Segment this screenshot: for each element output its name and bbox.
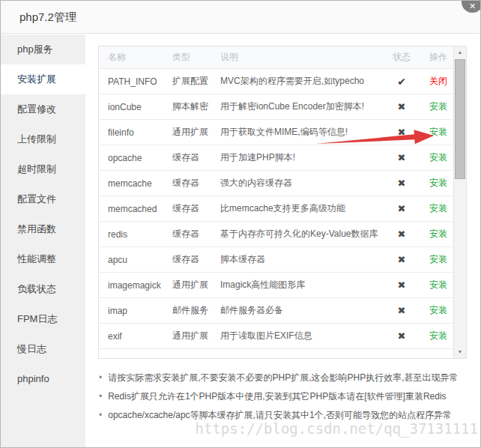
extension-type: 缓存器 — [172, 177, 220, 190]
column-header-type: 类型 — [172, 51, 220, 64]
sidebar-item-disabled-functions[interactable]: 禁用函数 — [1, 214, 85, 244]
action-cell: 安装 — [423, 151, 453, 164]
extension-description: 比memcache支持更多高级功能 — [220, 202, 380, 215]
scroll-up-button[interactable]: ▲ — [454, 46, 466, 58]
extension-name: apcu — [99, 255, 172, 265]
extension-name: exif — [99, 331, 172, 342]
action-cell: 安装 — [423, 177, 453, 190]
action-cell: 安装 — [423, 253, 453, 266]
sidebar-item-timeout-limit[interactable]: 超时限制 — [1, 154, 85, 184]
extension-name: opcache — [99, 153, 172, 163]
extension-type: 缓存器 — [172, 151, 220, 164]
cross-icon: ✖ — [398, 330, 406, 342]
extension-name: fileinfo — [99, 127, 172, 138]
table-row: memcache缓存器强大的内容缓存器✖安装 — [99, 171, 453, 196]
php-manager-dialog: php7.2管理 ✕ php服务安装扩展配置修改上传限制超时限制配置文件禁用函数… — [0, 0, 481, 448]
extension-type: 缓存器 — [172, 228, 220, 240]
sidebar: php服务安装扩展配置修改上传限制超时限制配置文件禁用函数性能调整负载状态FPM… — [1, 34, 85, 447]
sidebar-item-upload-limit[interactable]: 上传限制 — [1, 124, 85, 154]
status-cell: ✖ — [380, 305, 423, 316]
table-row: exif通用扩展用于读取图片EXIF信息✖安装 — [99, 324, 453, 349]
status-cell: ✔ — [380, 76, 423, 88]
extension-description: MVC架构的程序需要开启,如typecho — [220, 75, 380, 88]
note-text: Redis扩展只允许在1个PHP版本中使用,安装到其它PHP版本请在[软件管理]… — [108, 387, 446, 406]
install-link[interactable]: 安装 — [429, 152, 447, 163]
table-row: ionCube脚本解密用于解密ionCube Encoder加密脚本!✖安装 — [99, 94, 453, 120]
table-body: PATH_INFO扩展配置MVC架构的程序需要开启,如typecho✔关闭ion… — [99, 69, 453, 349]
bullet-icon: • — [99, 369, 102, 387]
install-link[interactable]: 安装 — [429, 203, 447, 214]
scroll-down-button[interactable]: ▼ — [454, 346, 466, 358]
cross-icon: ✖ — [398, 101, 406, 112]
cross-icon: ✖ — [398, 228, 406, 240]
close-link[interactable]: 关闭 — [429, 76, 447, 86]
status-cell: ✖ — [380, 178, 423, 189]
sidebar-item-performance-tuning[interactable]: 性能调整 — [1, 244, 85, 274]
status-cell: ✖ — [380, 254, 423, 265]
sidebar-item-slow-log[interactable]: 慢日志 — [1, 334, 85, 364]
extension-name: imap — [99, 306, 172, 316]
note-item: •Redis扩展只允许在1个PHP版本中使用,安装到其它PHP版本请在[软件管理… — [99, 387, 477, 406]
extension-name: imagemagick — [99, 280, 172, 291]
extension-description: 用于加速PHP脚本! — [220, 151, 380, 164]
cross-icon: ✖ — [398, 203, 406, 214]
status-cell: ✖ — [380, 330, 423, 342]
action-cell: 安装 — [423, 279, 453, 291]
page-title: php7.2管理 — [19, 10, 76, 24]
table-content: 名称 类型 说明 状态 操作 PATH_INFO扩展配置MVC架构的程序需要开启… — [99, 46, 453, 358]
cross-icon: ✖ — [398, 178, 406, 189]
table-row: fileinfo通用扩展用于获取文件MIME,编码等信息!✖安装 — [99, 120, 453, 145]
scroll-thumb[interactable] — [455, 59, 465, 179]
note-item: •请按实际需求安装扩展,不要安装不必要的PHP扩展,这会影响PHP执行效率,甚至… — [99, 369, 477, 387]
cross-icon: ✖ — [398, 127, 406, 138]
install-link[interactable]: 安装 — [429, 254, 447, 264]
install-link[interactable]: 安装 — [429, 101, 447, 112]
cross-icon: ✖ — [398, 279, 406, 291]
action-cell: 安装 — [423, 228, 453, 240]
column-header-desc: 说明 — [220, 51, 380, 64]
extension-name: memcached — [99, 204, 172, 214]
extension-type: 扩展配置 — [172, 75, 220, 88]
check-icon: ✔ — [397, 76, 406, 88]
notes: •请按实际需求安装扩展,不要安装不必要的PHP扩展,这会影响PHP执行效率,甚至… — [99, 369, 477, 425]
table-row: imap邮件服务邮件服务器必备✖安装 — [99, 298, 453, 324]
column-header-status: 状态 — [380, 51, 423, 64]
sidebar-item-config-edit[interactable]: 配置修改 — [1, 94, 85, 124]
table-row: memcached缓存器比memcache支持更多高级功能✖安装 — [99, 196, 453, 222]
extension-type: 通用扩展 — [172, 126, 220, 139]
extension-description: 基于内存亦可持久化的Key-Value数据库 — [220, 228, 380, 240]
extension-description: 邮件服务器必备 — [220, 304, 380, 317]
install-link[interactable]: 安装 — [429, 279, 447, 290]
install-link[interactable]: 安装 — [429, 330, 447, 341]
extension-name: redis — [99, 229, 172, 240]
install-link[interactable]: 安装 — [429, 228, 447, 239]
sidebar-item-load-status[interactable]: 负载状态 — [1, 274, 85, 304]
extensions-table: 名称 类型 说明 状态 操作 PATH_INFO扩展配置MVC架构的程序需要开启… — [98, 46, 467, 359]
table-header-row: 名称 类型 说明 状态 操作 — [99, 46, 453, 69]
status-cell: ✖ — [380, 203, 423, 214]
extension-description: Imagick高性能图形库 — [220, 279, 380, 291]
table-row: redis缓存器基于内存亦可持久化的Key-Value数据库✖安装 — [99, 222, 453, 247]
sidebar-item-fpm-log[interactable]: FPM日志 — [1, 304, 85, 334]
sidebar-item-config-file[interactable]: 配置文件 — [1, 184, 85, 214]
extension-name: PATH_INFO — [99, 76, 172, 87]
status-cell: ✖ — [380, 279, 423, 291]
install-link[interactable]: 安装 — [429, 305, 447, 315]
extension-description: 脚本缓存器 — [220, 253, 380, 266]
action-cell: 安装 — [423, 202, 453, 215]
extension-type: 邮件服务 — [172, 304, 220, 317]
extension-description: 用于解密ionCube Encoder加密脚本! — [220, 100, 380, 113]
action-cell: 安装 — [423, 126, 453, 139]
sidebar-item-phpinfo[interactable]: phpinfo — [1, 364, 85, 394]
install-link[interactable]: 安装 — [429, 178, 447, 188]
sidebar-item-php-service[interactable]: php服务 — [1, 34, 85, 64]
scrollbar-track[interactable]: ▲ ▼ — [453, 46, 466, 358]
status-cell: ✖ — [380, 228, 423, 240]
column-header-action: 操作 — [423, 51, 453, 64]
table-row: PATH_INFO扩展配置MVC架构的程序需要开启,如typecho✔关闭 — [99, 69, 453, 94]
table-row: apcu缓存器脚本缓存器✖安装 — [99, 247, 453, 273]
sidebar-item-install-extensions[interactable]: 安装扩展 — [1, 64, 85, 94]
table-row: imagemagick通用扩展Imagick高性能图形库✖安装 — [99, 273, 453, 298]
extension-type: 缓存器 — [172, 253, 220, 266]
install-link[interactable]: 安装 — [429, 127, 447, 137]
